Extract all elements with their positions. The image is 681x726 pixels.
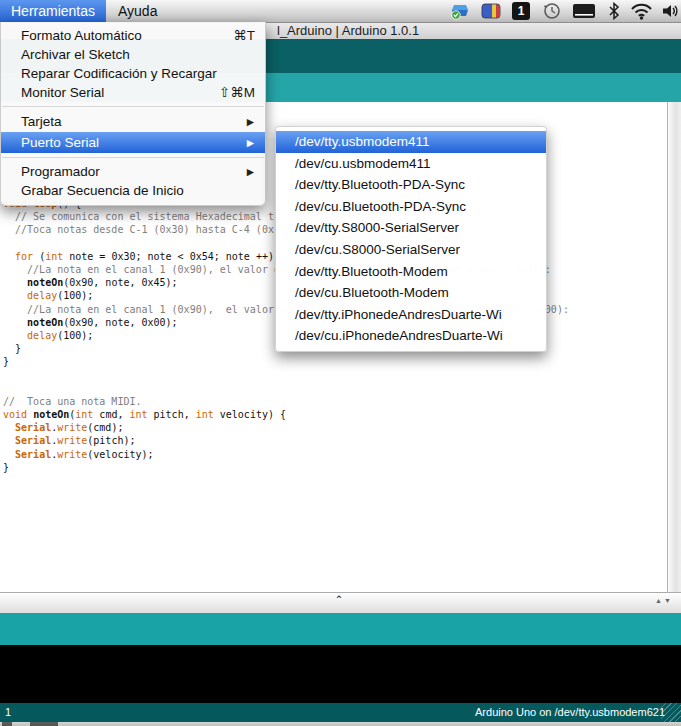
menu-item-puerto-serial[interactable]: Puerto Serial▶ — [1, 132, 265, 153]
code-line — [3, 368, 665, 381]
menu-item-programador[interactable]: Programador▶ — [1, 162, 265, 181]
menu-item-grabar-secuencia-de-inicio[interactable]: Grabar Secuencia de Inicio — [1, 181, 265, 200]
code-line: void noteOn(int cmd, int pitch, int velo… — [3, 408, 665, 421]
menu-item-label: Monitor Serial — [21, 85, 104, 100]
menu-item-monitor-serial[interactable]: Monitor Serial⇧⌘M — [1, 83, 265, 102]
volume-icon[interactable] — [661, 2, 681, 20]
time-machine-icon[interactable] — [542, 2, 562, 20]
tools-menu: Formato Automático⌘TArchivar el SketchRe… — [0, 22, 266, 206]
submenu-arrow-icon: ▶ — [247, 162, 254, 181]
menu-item-tarjeta[interactable]: Tarjeta▶ — [1, 111, 265, 132]
serial-port-item-dev-cu-bluetooth-modem[interactable]: /dev/cu.Bluetooth-Modem — [276, 282, 546, 304]
menu-item-reparar-codificacion-y-recargar[interactable]: Reparar Codificación y Recargar — [1, 64, 265, 83]
line-number-indicator: 1 — [5, 706, 11, 718]
menu-separator — [1, 153, 265, 162]
dropbox-icon[interactable] — [450, 2, 470, 20]
macos-menu-bar: Herramientas Ayuda 1 — [0, 0, 681, 23]
status-bar: 1 Arduino Uno on /dev/tty.usbmodem621 — [0, 703, 681, 722]
cropped-desktop-artifact — [30, 722, 58, 726]
menu-item-label: Reparar Codificación y Recargar — [21, 66, 217, 81]
colors-icon[interactable] — [481, 2, 501, 20]
window-resize-grip[interactable] — [661, 703, 681, 722]
serial-port-item-dev-cu-usbmodem411[interactable]: /dev/cu.usbmodem411 — [276, 153, 546, 175]
menu-item-label: Tarjeta — [21, 114, 62, 129]
window-title: l_Arduino | Arduino 1.0.1 — [277, 23, 419, 39]
menu-item-formato-automatico[interactable]: Formato Automático⌘T — [1, 26, 265, 45]
menu-item-label: Programador — [21, 164, 100, 179]
menu-item-label: Grabar Secuencia de Inicio — [21, 183, 184, 198]
code-line: Serial.write(pitch); — [3, 434, 665, 447]
menu-item-label: Archivar el Sketch — [21, 47, 130, 62]
wifi-icon[interactable] — [630, 2, 653, 20]
scrollbar-arrow-buttons[interactable]: ▲▼ — [655, 597, 673, 604]
console-output — [0, 645, 681, 703]
menu-item-archivar-el-sketch[interactable]: Archivar el Sketch — [1, 45, 265, 64]
board-port-indicator: Arduino Uno on /dev/tty.usbmodem621 — [475, 706, 665, 718]
code-line: // Toca una nota MIDI. — [3, 395, 665, 408]
one-password-icon[interactable]: 1 — [512, 2, 530, 20]
serial-port-item-dev-tty-s8000-serialserver[interactable]: /dev/tty.S8000-SerialServer — [276, 217, 546, 239]
code-line — [3, 382, 665, 395]
serial-port-item-dev-tty-bluetooth-pda-sync[interactable]: /dev/tty.Bluetooth-PDA-Sync — [276, 174, 546, 196]
submenu-arrow-icon: ▶ — [247, 111, 254, 132]
menu-item-label: Puerto Serial — [21, 135, 99, 150]
menubar-item-herramientas[interactable]: Herramientas — [0, 0, 106, 22]
submenu-arrow-icon: ▶ — [247, 132, 254, 153]
arduino-ide-screen: l_Arduino | Arduino 1.0.1 void loop() { … — [0, 0, 681, 726]
display-icon[interactable] — [572, 2, 596, 20]
message-bar — [0, 613, 681, 645]
code-line: Serial.write(velocity); — [3, 448, 665, 461]
menubar-item-ayuda[interactable]: Ayuda — [107, 0, 168, 22]
menu-item-label: Formato Automático — [21, 28, 142, 43]
bluetooth-icon[interactable] — [607, 2, 621, 20]
code-line: Serial.write(cmd); — [3, 421, 665, 434]
cropped-desktop-artifact — [2, 722, 12, 726]
vertical-scrollbar[interactable] — [667, 102, 681, 592]
menu-separator — [1, 102, 265, 111]
serial-port-item-dev-tty-usbmodem411[interactable]: /dev/tty.usbmodem411 — [276, 131, 546, 153]
window-bottom-edge — [0, 722, 681, 726]
code-line: } — [3, 355, 665, 368]
serial-port-item-dev-tty-iphonedeandresduarte-wi[interactable]: /dev/tty.iPhonedeAndresDuarte-Wi — [276, 304, 546, 326]
splitter-grip[interactable]: ^ — [333, 594, 345, 604]
serial-port-item-dev-cu-bluetooth-pda-sync[interactable]: /dev/cu.Bluetooth-PDA-Sync — [276, 196, 546, 218]
serial-port-item-dev-tty-bluetooth-modem[interactable]: /dev/tty.Bluetooth-Modem — [276, 261, 546, 283]
menu-item-shortcut: ⌘T — [233, 26, 255, 45]
serial-port-item-dev-cu-iphonedeandresduarte-wi[interactable]: /dev/cu.iPhonedeAndresDuarte-Wi — [276, 325, 546, 347]
menu-item-shortcut: ⇧⌘M — [219, 83, 255, 102]
serial-port-submenu: /dev/tty.usbmodem411/dev/cu.usbmodem411/… — [275, 126, 547, 352]
code-line: } — [3, 461, 665, 474]
serial-port-item-dev-cu-s8000-serialserver[interactable]: /dev/cu.S8000-SerialServer — [276, 239, 546, 261]
